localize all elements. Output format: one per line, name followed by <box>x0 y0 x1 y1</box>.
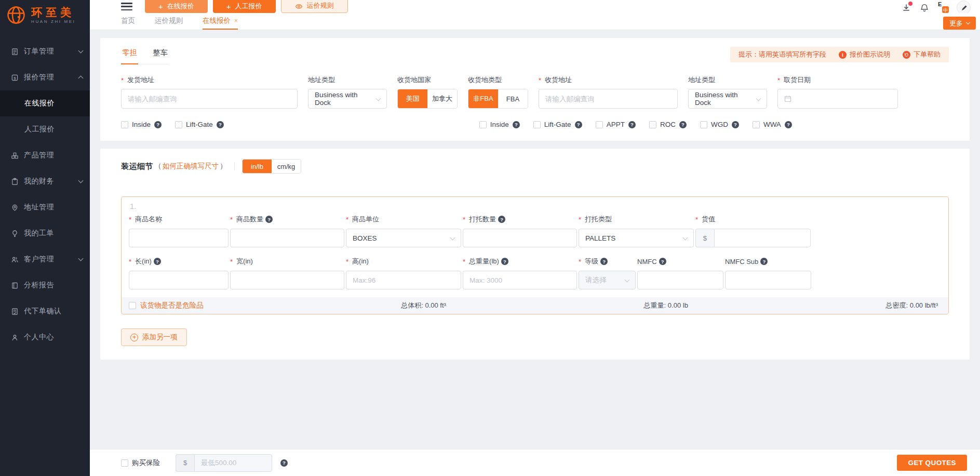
quote-guide-link[interactable]: 报价图示说明 <box>839 50 890 59</box>
help-icon[interactable] <box>732 121 739 128</box>
content: 零担 整车 提示：请用英语填写所有字段 报价图示说明 <box>90 30 980 449</box>
help-icon[interactable] <box>628 121 636 128</box>
sidebar-item-customer-management[interactable]: 客户管理 <box>0 246 90 272</box>
pickup-service-liftgate[interactable]: Lift-Gate <box>175 121 224 128</box>
checkbox[interactable] <box>121 459 128 467</box>
tab-rate-rules[interactable]: 运价规则 <box>155 13 183 30</box>
total-weight-input[interactable] <box>463 271 577 289</box>
close-icon[interactable] <box>234 17 238 24</box>
width-input[interactable] <box>230 271 344 289</box>
dest-address-input[interactable] <box>539 89 678 109</box>
pickup-service-inside[interactable]: Inside <box>121 121 162 128</box>
length-input[interactable] <box>129 271 229 289</box>
tab-home[interactable]: 首页 <box>121 13 135 30</box>
more-button[interactable]: 更多 <box>943 17 976 30</box>
help-icon[interactable] <box>280 459 288 467</box>
sidebar-item-order-management[interactable]: 订单管理 <box>0 38 90 64</box>
avatar[interactable] <box>957 1 971 15</box>
sidebar-item-product-management[interactable]: 产品管理 <box>0 142 90 168</box>
country-ca-option[interactable]: 加拿大 <box>427 89 457 108</box>
bell-icon[interactable] <box>919 3 930 13</box>
sidebar-item-my-finance[interactable]: 我的财务 <box>0 168 90 194</box>
checkbox[interactable] <box>596 121 603 128</box>
checkbox[interactable] <box>700 121 707 128</box>
help-icon[interactable] <box>785 121 792 128</box>
tab-online-quote[interactable]: 在线报价 <box>203 13 238 30</box>
chevron-down-icon <box>78 48 84 54</box>
insurance-amount-input[interactable] <box>194 454 272 472</box>
delivery-service-appt[interactable]: APPT <box>596 121 636 128</box>
pallet-quantity-input[interactable] <box>463 229 577 247</box>
pickup-address-label: 发货地址 <box>121 75 298 85</box>
checkbox[interactable] <box>649 121 656 128</box>
order-help-link[interactable]: 下单帮助 <box>903 50 941 59</box>
tab-ltl[interactable]: 零担 <box>121 47 138 64</box>
field-height: 高(in) <box>346 253 461 289</box>
dest-address-type-select[interactable]: Business with Dock <box>688 89 767 109</box>
translate-icon[interactable] <box>937 2 949 13</box>
sidebar-item-analysis-report[interactable]: 分析报告 <box>0 272 90 298</box>
unit-imperial-option[interactable]: in/lb <box>243 160 272 173</box>
dimension-help-link[interactable]: 如何正确填写尺寸 <box>163 162 219 171</box>
help-icon[interactable] <box>513 121 520 128</box>
get-quotes-button[interactable]: GET QUOTES <box>897 455 967 471</box>
hamburger-menu-icon[interactable] <box>121 3 132 10</box>
sidebar-item-my-tickets[interactable]: 我的工单 <box>0 220 90 246</box>
delivery-service-inside[interactable]: Inside <box>479 121 520 128</box>
sidebar-item-address-management[interactable]: 地址管理 <box>0 194 90 220</box>
hazard-checkbox-row[interactable]: 该货物是否是危险品 <box>129 301 204 310</box>
help-icon[interactable] <box>154 258 161 265</box>
field-nmfc: NMFC <box>637 253 723 289</box>
help-icon[interactable] <box>265 216 273 223</box>
delivery-service-wgd[interactable]: WGD <box>700 121 739 128</box>
field-product-name: 商品名称 <box>129 210 229 247</box>
product-quantity-input[interactable] <box>230 229 344 247</box>
country-us-option[interactable]: 美国 <box>398 89 427 108</box>
help-icon[interactable] <box>575 121 582 128</box>
download-icon[interactable] <box>901 3 911 13</box>
checkbox[interactable] <box>479 121 487 128</box>
help-icon[interactable] <box>679 121 687 128</box>
help-icon[interactable] <box>501 258 508 265</box>
height-input[interactable] <box>346 271 461 289</box>
checkbox[interactable] <box>753 121 760 128</box>
delivery-service-roc[interactable]: ROC <box>649 121 687 128</box>
checkbox[interactable] <box>533 121 541 128</box>
checkbox[interactable] <box>121 121 128 128</box>
tab-ftl[interactable]: 整车 <box>152 47 169 64</box>
fba-option[interactable]: FBA <box>498 89 528 108</box>
checkbox[interactable] <box>129 302 136 309</box>
brand-logo[interactable]: 环至美 HUAN ZHI MEI <box>0 0 90 30</box>
sidebar-item-online-quote[interactable]: 在线报价 <box>0 90 90 116</box>
cargo-value-input[interactable] <box>714 229 811 247</box>
sidebar-item-manual-quote[interactable]: 人工报价 <box>0 116 90 142</box>
product-name-input[interactable] <box>129 229 229 247</box>
help-icon[interactable] <box>217 121 224 128</box>
nmfc-sub-input[interactable] <box>725 271 811 289</box>
insurance-checkbox-row[interactable]: 购买保险 <box>121 458 160 468</box>
rate-rules-button[interactable]: 运价规则 <box>281 0 348 13</box>
pickup-date-input[interactable] <box>777 89 898 109</box>
sidebar-item-proxy-order-confirm[interactable]: 代下单确认 <box>0 298 90 324</box>
delivery-service-liftgate[interactable]: Lift-Gate <box>533 121 582 128</box>
help-icon[interactable] <box>760 258 768 265</box>
pallet-type-select[interactable]: PALLETS <box>579 229 694 247</box>
non-fba-option[interactable]: 非FBA <box>468 89 498 108</box>
product-unit-select[interactable]: BOXES <box>346 229 461 247</box>
help-icon[interactable] <box>498 216 505 223</box>
new-manual-quote-button[interactable]: 人工报价 <box>213 0 276 13</box>
help-icon[interactable] <box>600 258 608 265</box>
unit-metric-option[interactable]: cm/kg <box>272 160 301 173</box>
sidebar-item-quote-management[interactable]: $ 报价管理 <box>0 64 90 90</box>
add-item-button[interactable]: 添加另一项 <box>121 328 187 346</box>
sidebar-item-personal-center[interactable]: 个人中心 <box>0 324 90 350</box>
pickup-address-type-select[interactable]: Business with Dock <box>308 89 387 109</box>
freight-class-select[interactable]: 请选择 <box>579 271 636 289</box>
delivery-service-wwa[interactable]: WWA <box>753 121 792 128</box>
new-online-quote-button[interactable]: 在线报价 <box>145 0 208 13</box>
help-icon[interactable] <box>154 121 162 128</box>
nmfc-input[interactable] <box>637 271 723 289</box>
pickup-address-input[interactable] <box>121 89 298 109</box>
help-icon[interactable] <box>659 258 666 265</box>
checkbox[interactable] <box>175 121 182 128</box>
